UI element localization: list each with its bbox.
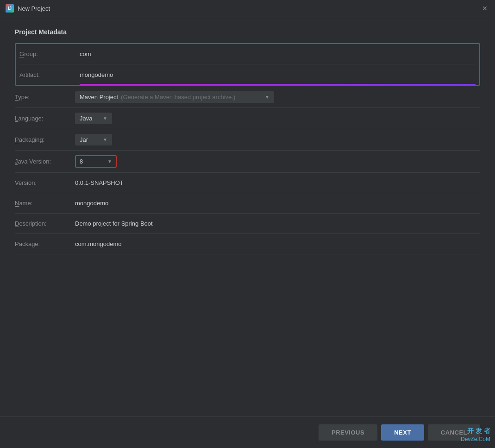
dialog-footer: PREVIOUS NEXT CANCEL (0, 416, 495, 448)
java-version-dropdown-arrow-icon: ▼ (107, 159, 112, 164)
packaging-dropdown-container: Jar ▼ (75, 134, 112, 145)
type-dropdown-arrow-icon: ▼ (265, 95, 269, 100)
language-dropdown-container: Java ▼ (75, 113, 112, 124)
name-label: Name: (15, 200, 75, 207)
language-value: Java (80, 115, 92, 122)
group-artifact-highlight: Group: Artifact: (15, 43, 480, 86)
version-input[interactable] (75, 179, 480, 186)
title-bar-left: IJ New Project (6, 4, 50, 13)
description-row: Description: (15, 214, 480, 234)
previous-button[interactable]: PREVIOUS (319, 424, 377, 441)
description-label: Description: (15, 220, 75, 227)
packaging-label: Packaging: (15, 136, 75, 143)
language-row: Language: Java ▼ (15, 108, 480, 129)
artifact-underline (80, 84, 476, 85)
dialog-title: New Project (18, 5, 50, 12)
java-version-label: Java Version: (15, 158, 75, 165)
group-label: Group: (19, 50, 80, 57)
packaging-row: Packaging: Jar ▼ (15, 129, 480, 151)
java-version-value: 8 (80, 158, 83, 165)
version-row: Version: (15, 173, 480, 193)
name-row: Name: (15, 193, 480, 214)
type-hint: (Generate a Maven based project archive.… (121, 94, 235, 101)
close-button[interactable]: ✕ (480, 4, 489, 13)
watermark-line2: DevZe.CoM (461, 435, 490, 443)
type-row: Type: Maven Project (Generate a Maven ba… (15, 87, 480, 108)
language-dropdown-arrow-icon: ▼ (103, 116, 107, 121)
java-version-row: Java Version: 8 ▼ (15, 151, 480, 173)
title-bar: IJ New Project ✕ (0, 0, 495, 17)
artifact-input[interactable] (80, 71, 476, 78)
package-label: Package: (15, 240, 75, 247)
packaging-dropdown[interactable]: Jar ▼ (75, 134, 112, 145)
artifact-row: Artifact: (19, 64, 476, 85)
app-icon: IJ (6, 4, 14, 13)
java-version-highlight: 8 ▼ (75, 155, 117, 168)
version-label: Version: (15, 179, 75, 186)
packaging-dropdown-arrow-icon: ▼ (103, 137, 107, 142)
description-input[interactable] (75, 220, 480, 227)
section-title: Project Metadata (15, 28, 480, 36)
artifact-label: Artifact: (19, 71, 80, 78)
name-input[interactable] (75, 200, 480, 207)
type-dropdown[interactable]: Maven Project (Generate a Maven based pr… (75, 91, 274, 103)
dialog-content: Project Metadata Group: Artifact: (0, 17, 495, 416)
group-row: Group: (19, 44, 476, 64)
language-dropdown[interactable]: Java ▼ (75, 113, 112, 124)
packaging-value: Jar (80, 136, 88, 143)
next-button[interactable]: NEXT (381, 424, 424, 441)
type-label: Type: (15, 94, 75, 101)
watermark: 开 发 者 DevZe.CoM (461, 427, 490, 443)
form-grid: Group: Artifact: Type: (15, 43, 480, 254)
package-row: Package: (15, 234, 480, 254)
type-dropdown-container: Maven Project (Generate a Maven based pr… (75, 91, 274, 103)
group-input[interactable] (80, 50, 476, 57)
type-value: Maven Project (80, 94, 118, 101)
watermark-line1: 开 发 者 (461, 427, 490, 436)
language-label: Language: (15, 115, 75, 122)
dialog-window: IJ New Project ✕ Project Metadata Group:… (0, 0, 495, 448)
package-input[interactable] (75, 240, 480, 247)
java-version-dropdown[interactable]: 8 ▼ (80, 158, 112, 165)
